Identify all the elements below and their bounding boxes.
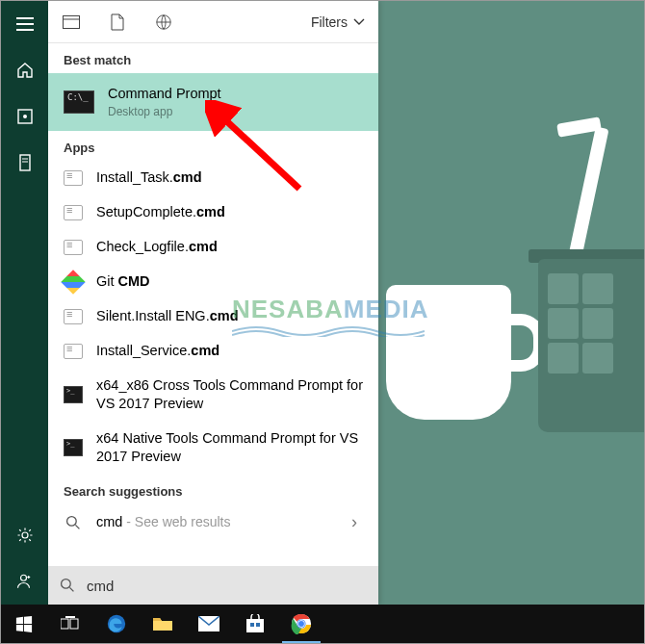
- svg-point-11: [62, 580, 71, 589]
- app-square-icon: [17, 109, 33, 124]
- hamburger-button[interactable]: [1, 1, 48, 47]
- search-box-row: [48, 566, 378, 605]
- command-prompt-icon: C:\_: [64, 87, 94, 117]
- globe-icon: [155, 13, 172, 31]
- apps-list: Install_Task.cmdSetupComplete.cmdCheck_L…: [48, 161, 378, 475]
- section-search-suggestions: Search suggestions: [48, 475, 378, 504]
- start-search-panel: Filters Best match C:\_ Command Prompt D…: [48, 1, 378, 605]
- app-result-label: Check_Logfile.cmd: [96, 238, 363, 257]
- taskbar-mail[interactable]: [186, 605, 232, 643]
- home-icon: [16, 62, 34, 79]
- filters-label: Filters: [311, 14, 348, 30]
- search-box-icon: [48, 578, 87, 593]
- cmd-file-icon: [64, 342, 83, 361]
- cmd-file-icon: [64, 307, 83, 326]
- web-suggestion-text: cmd - See web results: [96, 513, 338, 532]
- taskbar-edge[interactable]: [93, 605, 140, 643]
- search-input[interactable]: [87, 566, 378, 605]
- svg-point-9: [67, 516, 77, 526]
- filter-documents-button[interactable]: [94, 1, 141, 43]
- app-result-row[interactable]: SetupComplete.cmd: [48, 195, 378, 230]
- cmd-black-icon: >_: [64, 438, 83, 457]
- app-result-row[interactable]: Silent.Install ENG.cmd: [48, 299, 378, 334]
- chevron-down-icon: [353, 18, 365, 26]
- cmd-file-icon: [64, 238, 83, 257]
- svg-point-25: [298, 621, 304, 627]
- web-suggestion-row[interactable]: cmd - See web results ›: [48, 504, 378, 540]
- app-result-label: Git CMD: [96, 272, 363, 292]
- taskbar-chrome[interactable]: [278, 605, 324, 643]
- app-result-label: SetupComplete.cmd: [96, 203, 363, 222]
- app-result-row[interactable]: Install_Service.cmd: [48, 334, 378, 369]
- app-result-row[interactable]: >_x64_x86 Cross Tools Command Prompt for…: [48, 369, 378, 422]
- this-pc-button[interactable]: [1, 140, 48, 186]
- taskbar: [1, 605, 644, 643]
- document-icon: [111, 13, 124, 31]
- search-filter-bar: Filters: [48, 1, 378, 43]
- window-icon: [63, 15, 80, 29]
- mail-icon: [198, 616, 219, 631]
- search-results-body: Best match C:\_ Command Prompt Desktop a…: [48, 43, 378, 566]
- gear-icon: [16, 527, 34, 544]
- svg-rect-15: [70, 619, 78, 629]
- account-button[interactable]: [1, 558, 48, 605]
- app-result-row[interactable]: >_x64 Native Tools Command Prompt for VS…: [48, 422, 378, 475]
- store-icon: [245, 614, 265, 633]
- app-result-label: Install_Service.cmd: [96, 342, 363, 361]
- app-result-label: Install_Task.cmd: [96, 168, 363, 188]
- task-view-button[interactable]: [47, 605, 93, 643]
- edge-icon: [106, 613, 127, 634]
- section-apps: Apps: [48, 131, 378, 161]
- hamburger-icon: [16, 17, 34, 31]
- task-view-icon: [61, 616, 80, 631]
- cmd-file-icon: [64, 203, 83, 222]
- folder-icon: [152, 615, 173, 632]
- windows-icon: [15, 615, 33, 632]
- best-match-result[interactable]: C:\_ Command Prompt Desktop app: [48, 73, 378, 131]
- cmd-black-icon: >_: [64, 385, 83, 404]
- svg-rect-6: [64, 15, 80, 28]
- chevron-right-icon: ›: [351, 512, 363, 532]
- tower-icon: [19, 154, 31, 171]
- svg-rect-19: [246, 619, 264, 632]
- best-match-subtitle: Desktop app: [108, 104, 363, 119]
- svg-rect-14: [61, 619, 68, 629]
- home-button[interactable]: [1, 47, 48, 93]
- start-button[interactable]: [1, 605, 47, 643]
- recent-button[interactable]: [1, 93, 48, 140]
- app-result-label: x64_x86 Cross Tools Command Prompt for V…: [96, 376, 363, 414]
- filter-apps-button[interactable]: [48, 1, 94, 43]
- svg-rect-16: [65, 616, 75, 618]
- section-best-match: Best match: [48, 43, 378, 73]
- app-result-row[interactable]: Install_Task.cmd: [48, 161, 378, 195]
- app-result-row[interactable]: Check_Logfile.cmd: [48, 230, 378, 265]
- svg-rect-21: [256, 623, 260, 627]
- svg-rect-2: [20, 155, 30, 170]
- taskbar-store[interactable]: [232, 605, 278, 643]
- search-icon: [64, 513, 83, 532]
- cmd-file-icon: [64, 168, 83, 188]
- app-result-row[interactable]: Git CMD: [48, 265, 378, 299]
- svg-rect-20: [250, 623, 254, 627]
- best-match-text: Command Prompt Desktop app: [108, 85, 363, 119]
- svg-point-1: [23, 115, 27, 118]
- filters-dropdown[interactable]: Filters: [297, 14, 378, 30]
- app-result-label: Silent.Install ENG.cmd: [96, 307, 363, 326]
- svg-point-5: [20, 575, 26, 580]
- best-match-title: Command Prompt: [108, 85, 363, 104]
- start-sidebar: [1, 1, 48, 605]
- app-result-label: x64 Native Tools Command Prompt for VS 2…: [96, 429, 363, 467]
- filter-web-button[interactable]: [141, 1, 187, 43]
- svg-line-10: [75, 525, 79, 528]
- wallpaper-glass: [538, 259, 644, 432]
- wallpaper-mug: [386, 285, 511, 420]
- settings-button[interactable]: [1, 512, 48, 558]
- taskbar-file-explorer[interactable]: [140, 605, 186, 643]
- chrome-icon: [291, 613, 312, 634]
- git-icon: [64, 272, 83, 292]
- person-icon: [16, 573, 34, 590]
- svg-line-12: [69, 587, 73, 591]
